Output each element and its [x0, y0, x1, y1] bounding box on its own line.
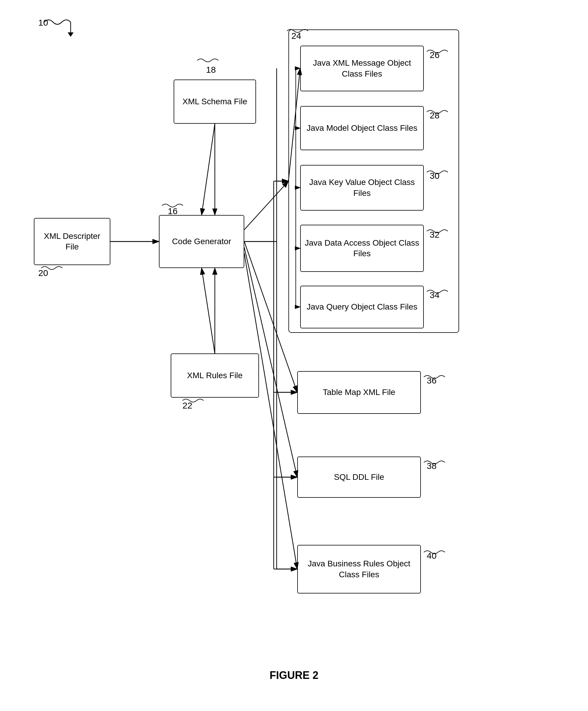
- java-xml-msg-box: Java XML Message Object Class Files: [300, 46, 424, 91]
- java-data-access-box: Java Data Access Object Class Files: [300, 225, 424, 272]
- xml-rules-box: XML Rules File: [171, 353, 259, 397]
- xml-schema-box: XML Schema File: [174, 80, 256, 124]
- table-map-box: Table Map XML File: [297, 371, 421, 414]
- svg-line-23: [202, 268, 215, 353]
- java-query-box: Java Query Object Class Files: [300, 286, 424, 328]
- java-key-value-box: Java Key Value Object Class Files: [300, 165, 424, 211]
- java-business-box: Java Business Rules Object Class Files: [297, 545, 421, 594]
- diagram: 10 XML Schema File 18 XML Descripter Fil…: [0, 0, 588, 711]
- code-generator-box: Code Generator: [159, 215, 244, 268]
- java-model-box: Java Model Object Class Files: [300, 106, 424, 150]
- svg-marker-1: [68, 33, 73, 37]
- sql-ddl-box: SQL DDL File: [297, 456, 421, 498]
- svg-line-6: [244, 181, 288, 230]
- xml-descriptor-box: XML Descripter File: [34, 218, 110, 265]
- figure-label: FIGURE 2: [0, 669, 588, 682]
- svg-line-21: [202, 124, 215, 215]
